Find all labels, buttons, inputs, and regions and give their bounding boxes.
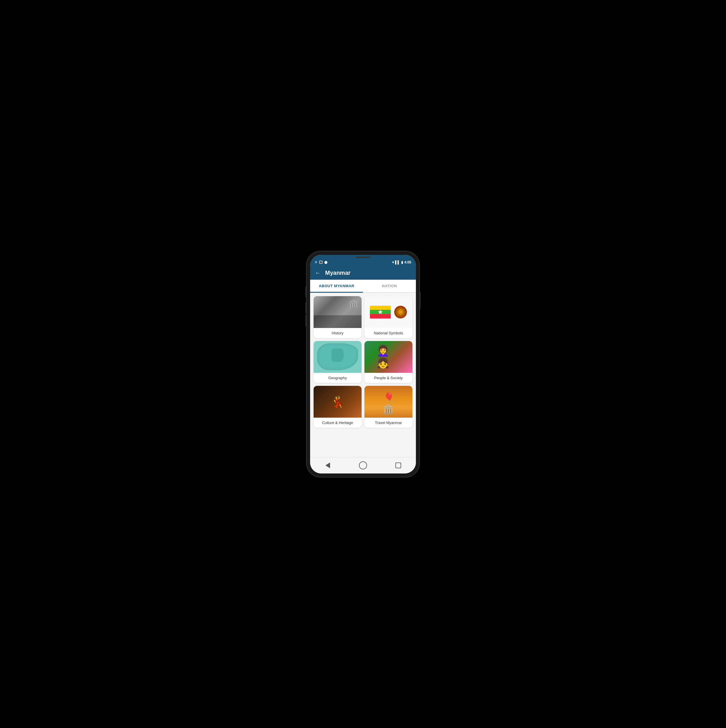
back-button[interactable]: ← xyxy=(315,269,320,276)
category-grid: History ★ xyxy=(314,296,412,428)
app-bar: ← Myanmar xyxy=(310,266,416,280)
tab-about-myanmar[interactable]: ABOUT MYANMAR xyxy=(310,280,363,292)
android-nav-bar xyxy=(310,457,416,474)
home-circle-icon xyxy=(359,461,367,470)
history-image-bg xyxy=(314,296,361,328)
card-people-image xyxy=(365,341,412,373)
card-geography-image xyxy=(314,341,361,373)
card-history[interactable]: History xyxy=(314,296,361,338)
signal-icon: ▌▌ xyxy=(395,260,400,265)
card-travel-label: Travel Myanmar xyxy=(365,418,412,428)
card-geography[interactable]: Geography xyxy=(314,341,361,383)
nav-recents-button[interactable] xyxy=(394,461,403,470)
content-area: History ★ xyxy=(310,293,416,457)
speaker-grille xyxy=(356,257,370,258)
battery-icon: ▮ xyxy=(401,260,403,265)
card-history-image xyxy=(314,296,361,328)
symbols-image-content: ★ 🔆 xyxy=(365,296,412,328)
tab-nation[interactable]: NATION xyxy=(363,280,416,292)
history-image-content xyxy=(314,296,361,328)
culture-image-content xyxy=(314,386,361,418)
card-symbols-image: ★ 🔆 xyxy=(365,296,412,328)
nav-back-button[interactable] xyxy=(323,461,332,470)
card-symbols-label: National Symbols xyxy=(365,328,412,338)
settings-icon: ⚙ xyxy=(315,261,317,264)
people-image-content xyxy=(365,341,412,373)
card-geography-label: Geography xyxy=(314,373,361,383)
geography-image-content xyxy=(314,341,361,373)
status-bar: ⚙ 🔳 ⬤ ▾ ▌▌ ▮ 4:05 xyxy=(310,258,416,266)
card-culture-heritage[interactable]: Culture & Heritage xyxy=(314,386,361,428)
recents-square-icon xyxy=(395,462,401,468)
card-people-label: People & Society xyxy=(365,373,412,383)
app-title: Myanmar xyxy=(325,269,351,276)
phone-device: ⚙ 🔳 ⬤ ▾ ▌▌ ▮ 4:05 ← Myanmar ABOUT MYANMA… xyxy=(307,251,419,477)
phone-screen: ⚙ 🔳 ⬤ ▾ ▌▌ ▮ 4:05 ← Myanmar ABOUT MYANMA… xyxy=(310,255,416,474)
back-triangle-icon xyxy=(325,462,330,468)
sim-icon: 🔳 xyxy=(319,261,323,264)
status-left-icons: ⚙ 🔳 ⬤ xyxy=(315,261,328,264)
card-culture-image xyxy=(314,386,361,418)
circle-icon: ⬤ xyxy=(324,261,328,264)
wifi-icon: ▾ xyxy=(392,260,394,265)
myanmar-emblem: 🔆 xyxy=(394,306,407,318)
card-culture-label: Culture & Heritage xyxy=(314,418,361,428)
card-history-label: History xyxy=(314,328,361,338)
card-national-symbols[interactable]: ★ 🔆 National Symbols xyxy=(365,296,412,338)
geography-map-shape xyxy=(317,343,358,370)
flag-star: ★ xyxy=(377,309,383,315)
card-travel-myanmar[interactable]: Travel Myanmar xyxy=(365,386,412,428)
travel-image-content xyxy=(365,386,412,418)
status-right-icons: ▾ ▌▌ ▮ 4:05 xyxy=(392,260,411,265)
phone-top-bar xyxy=(310,255,416,258)
nav-home-button[interactable] xyxy=(358,461,368,470)
emblem-icon: 🔆 xyxy=(397,309,404,315)
clock: 4:05 xyxy=(404,260,411,265)
myanmar-flag: ★ xyxy=(370,306,391,318)
tab-bar: ABOUT MYANMAR NATION xyxy=(310,280,416,293)
card-travel-image xyxy=(365,386,412,418)
card-people-society[interactable]: People & Society xyxy=(365,341,412,383)
